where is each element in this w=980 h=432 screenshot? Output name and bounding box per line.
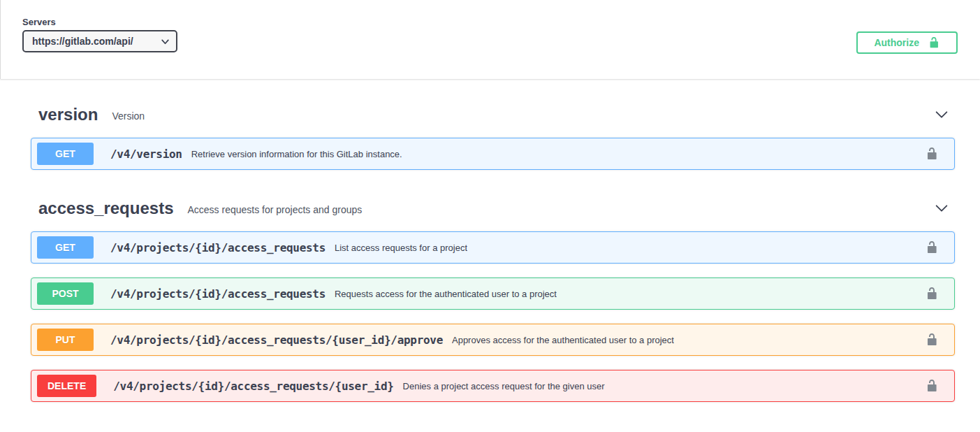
section-operations: GET /v4/version Retrieve version informa… bbox=[31, 138, 955, 170]
section-description: Version bbox=[112, 108, 145, 122]
method-badge[interactable]: DELETE bbox=[37, 375, 96, 397]
operation-row[interactable]: GET /v4/projects/{id}/access_requests Li… bbox=[31, 231, 955, 264]
operation-row[interactable]: GET /v4/version Retrieve version informa… bbox=[31, 138, 955, 170]
operation-auth-button[interactable] bbox=[923, 145, 940, 162]
operation-row[interactable]: PUT /v4/projects/{id}/access_requests/{u… bbox=[31, 324, 955, 356]
api-section: version Version GET /v4/version Retrieve… bbox=[31, 90, 955, 170]
section-operations: GET /v4/projects/{id}/access_requests Li… bbox=[31, 231, 955, 402]
chevron-down-icon bbox=[934, 107, 949, 122]
section-description: Access requests for projects and groups bbox=[187, 202, 362, 215]
method-badge[interactable]: PUT bbox=[37, 329, 94, 351]
operation-summary[interactable]: Retrieve version information for this Gi… bbox=[191, 149, 402, 159]
operation-row[interactable]: POST /v4/projects/{id}/access_requests R… bbox=[31, 278, 955, 310]
operation-path[interactable]: /v4/projects/{id}/access_requests/{user_… bbox=[110, 333, 443, 347]
unlocked-padlock-icon bbox=[925, 333, 939, 347]
section-header[interactable]: access_requests Access requests for proj… bbox=[31, 184, 955, 231]
api-section: access_requests Access requests for proj… bbox=[31, 184, 955, 402]
operation-auth-button[interactable] bbox=[923, 239, 940, 256]
servers-select-wrap: https://gitlab.com/api/ bbox=[22, 30, 177, 52]
authorize-button-label: Authorize bbox=[874, 37, 919, 48]
chevron-down-icon bbox=[934, 201, 949, 216]
unlocked-padlock-icon bbox=[925, 287, 939, 301]
unlocked-padlock-icon bbox=[925, 379, 939, 393]
operation-summary[interactable]: Requests access for the authenticated us… bbox=[335, 289, 557, 299]
servers-select[interactable]: https://gitlab.com/api/ bbox=[22, 30, 177, 52]
operation-summary[interactable]: List access requests for a project bbox=[335, 243, 467, 253]
api-sections: version Version GET /v4/version Retrieve… bbox=[0, 79, 980, 402]
operation-auth-button[interactable] bbox=[923, 285, 940, 302]
authorize-button[interactable]: Authorize bbox=[856, 31, 958, 54]
unlocked-padlock-icon bbox=[928, 36, 940, 49]
unlocked-padlock-icon bbox=[925, 147, 939, 161]
operation-path[interactable]: /v4/projects/{id}/access_requests bbox=[110, 241, 326, 254]
operation-path[interactable]: /v4/projects/{id}/access_requests/{user_… bbox=[113, 380, 393, 393]
operation-auth-button[interactable] bbox=[923, 331, 940, 348]
section-expand-button[interactable] bbox=[933, 199, 951, 217]
method-badge[interactable]: POST bbox=[37, 282, 94, 305]
section-expand-button[interactable] bbox=[933, 106, 951, 124]
unlocked-padlock-icon bbox=[925, 240, 939, 254]
operation-path[interactable]: /v4/version bbox=[110, 147, 182, 161]
operation-summary[interactable]: Approves access for the authenticated us… bbox=[452, 335, 674, 345]
operation-summary[interactable]: Denies a project access request for the … bbox=[403, 381, 605, 391]
section-title: access_requests bbox=[38, 199, 173, 218]
servers-block: Servers https://gitlab.com/api/ bbox=[22, 17, 177, 52]
section-header[interactable]: version Version bbox=[31, 90, 955, 138]
method-badge[interactable]: GET bbox=[37, 143, 94, 165]
operation-path[interactable]: /v4/projects/{id}/access_requests bbox=[110, 287, 326, 301]
operation-auth-button[interactable] bbox=[923, 377, 940, 394]
operation-row[interactable]: DELETE /v4/projects/{id}/access_requests… bbox=[31, 370, 955, 402]
method-badge[interactable]: GET bbox=[37, 236, 94, 259]
section-title: version bbox=[38, 105, 98, 124]
servers-label: Servers bbox=[22, 17, 177, 27]
scheme-container: Servers https://gitlab.com/api/ Authoriz… bbox=[0, 0, 980, 79]
